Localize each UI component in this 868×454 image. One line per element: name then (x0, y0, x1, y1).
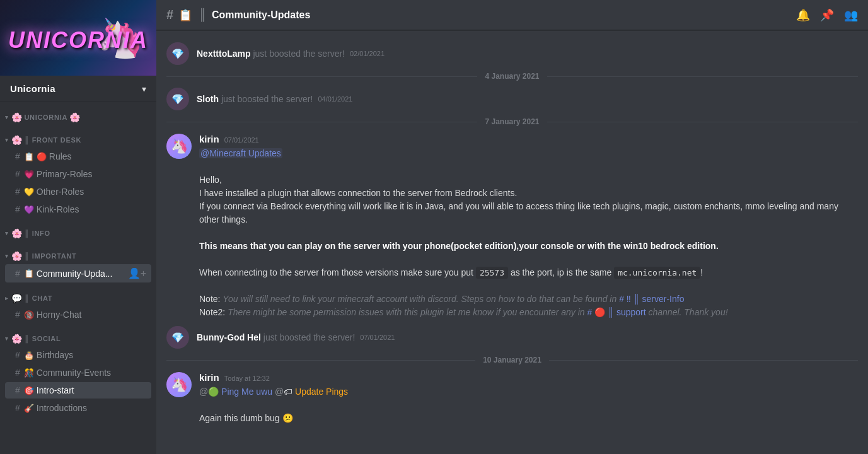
hash-icon: # (15, 269, 20, 279)
section-label-social: ║ SOCIAL (24, 335, 61, 342)
birthdays-emoji: 🎂 (24, 351, 34, 360)
avatar-kirin: 🦄 (166, 134, 192, 159)
ping-me-uwu-mention[interactable]: Ping Me uwu (221, 387, 272, 397)
rules-red-dot: 🔴 (37, 152, 47, 161)
messages-area: 💎 NextttoLamp just boosted the server! 0… (156, 30, 868, 454)
channel-community-updates[interactable]: # 📋 Community-Upda... 👤+ (5, 264, 151, 282)
message-text-kirin-today: @🟢 Ping Me uwu @🏷 Update Pings Again thi… (199, 385, 858, 425)
bell-icon[interactable]: 🔔 (796, 8, 810, 22)
date-divider-jan4: 4 January 2021 (156, 67, 868, 86)
channel-name-other-roles: Other-Roles (37, 187, 84, 197)
community-events-emoji: 🎊 (24, 368, 34, 378)
section-unicornia[interactable]: ▾ 🌸 UNICORNIA 🌸 (0, 102, 156, 125)
at-sign-2: @ (275, 387, 284, 397)
message-timestamp-today: Today at 12:32 (224, 375, 270, 382)
message-content-kirin-today: kirin Today at 12:32 @🟢 Ping Me uwu @🏷 U… (199, 372, 858, 425)
members-icon[interactable]: 👥 (844, 8, 858, 22)
horny-chat-emoji: 🔞 (24, 310, 34, 320)
intro-start-emoji: 🎯 (24, 386, 34, 395)
section-frontdesk[interactable]: ▾ 🌸 ║ FRONT DESK (0, 125, 156, 148)
channel-name-introductions: Introductions (37, 403, 87, 413)
boost-text-sloth: just boosted the server! (219, 94, 313, 104)
server-name-row[interactable]: Unicornia ▾ (0, 76, 156, 102)
message-header-kirin: kirin 07/01/2021 (199, 134, 858, 144)
channel-name-community-events: Community-Events (37, 368, 111, 378)
mention-minecraft-updates: @Minecraft Updates (199, 148, 282, 158)
section-label-frontdesk: ║ FRONT DESK (24, 136, 81, 144)
header-actions: 🔔 📌 👥 (796, 8, 858, 22)
message-kirin-today: 🦄 kirin Today at 12:32 @🟢 Ping Me uwu @🏷… (156, 370, 868, 428)
section-label-info: ║ INFO (24, 230, 50, 237)
message-timestamp-kirin: 07/01/2021 (224, 136, 259, 144)
boost-timestamp-bunny: 07/01/2021 (360, 334, 395, 341)
boost-timestamp-sloth: 04/01/2021 (318, 95, 352, 103)
pin-icon[interactable]: 📌 (820, 8, 834, 22)
boost-message-sloth: 💎 Sloth just boosted the server! 04/01/2… (156, 86, 868, 112)
boost-username: NextttoLamp (197, 49, 251, 59)
channel-intro-start[interactable]: # 🎯 Intro-start (5, 382, 151, 399)
kink-roles-emoji: 💜 (24, 205, 34, 214)
section-info[interactable]: ▾ 🌸 ║ INFO (0, 218, 156, 241)
section-label-important: ║ IMPORTANT (24, 252, 76, 260)
hash-icon: # (15, 403, 20, 413)
channel-introductions[interactable]: # 🎸 Introductions (5, 400, 151, 416)
message-content-kirin-jan7: kirin 07/01/2021 @Minecraft Updates Hell… (199, 134, 858, 319)
other-roles-emoji: 💛 (24, 187, 34, 197)
channel-other-roles[interactable]: # 💛 Other-Roles (5, 183, 151, 200)
support-link[interactable]: # 🔴 ║ support (587, 307, 646, 317)
section-important[interactable]: ▾ 🌸 ║ IMPORTANT (0, 241, 156, 264)
code-port: 25573 (476, 267, 508, 279)
section-label-unicornia: UNICORNIA (24, 114, 67, 121)
update-pings-mention[interactable]: Update Pings (295, 387, 348, 397)
channel-name-intro-start: Intro-start (37, 385, 74, 395)
channel-rules[interactable]: # 📋 🔴 Rules (5, 148, 151, 165)
date-divider-jan7: 7 January 2021 (156, 112, 868, 131)
add-member-icon[interactable]: 👤+ (128, 267, 146, 279)
message-kirin-jan7: 🦄 kirin 07/01/2021 @Minecraft Updates He… (156, 131, 868, 322)
channel-name-rules: Rules (49, 151, 72, 161)
note2-text: Note2: There might be some permission is… (199, 307, 728, 317)
hash-icon: # (15, 169, 20, 179)
boost-text: just boosted the server! (251, 49, 345, 59)
server-banner: 🦄 UNICORNIA (0, 0, 156, 76)
hash-icon: # (15, 385, 20, 395)
server-name: Unicornia (10, 83, 55, 94)
boost-icon: 💎 (171, 48, 184, 60)
message-text-kirin-jan7: @Minecraft Updates Hello, I have install… (199, 147, 858, 319)
hash-icon: # (15, 151, 20, 161)
at-sign-1: @ (199, 387, 208, 397)
channel-primary-roles[interactable]: # 💗 Primary-Roles (5, 166, 151, 182)
section-chat[interactable]: ▸ 💬 ║ CHAT (0, 283, 156, 306)
boost-icon-container: 💎 (166, 326, 189, 349)
channel-kink-roles[interactable]: # 💜 Kink-Roles (5, 201, 151, 218)
channel-name-horny-chat: Horny-Chat (37, 310, 82, 320)
channel-horny-chat[interactable]: # 🔞 Horny-Chat (5, 306, 151, 323)
server-dropdown-arrow: ▾ (142, 84, 146, 94)
hash-icon: # (15, 204, 20, 214)
channel-header-icon: 📋 (178, 8, 192, 22)
section-arrow: ▾ (5, 114, 9, 120)
channel-birthdays[interactable]: # 🎂 Birthdays (5, 347, 151, 363)
channel-name-community-updates: Community-Upda... (37, 269, 113, 279)
message-author-kirin: kirin (199, 134, 219, 144)
boost-username-sloth: Sloth (197, 94, 219, 104)
channel-name-primary-roles: Primary-Roles (37, 169, 93, 179)
section-social[interactable]: ▾ 🌸 ║ SOCIAL (0, 323, 156, 346)
message-author-kirin-today: kirin (199, 372, 219, 383)
boost-message-bunny-god-hel: 💎 Bunny-God Hel just boosted the server!… (156, 324, 868, 351)
sidebar: 🦄 UNICORNIA Unicornia ▾ ▾ 🌸 UNICORNIA 🌸 … (0, 0, 156, 454)
rules-emoji: 📋 (24, 152, 34, 161)
hash-icon: # (15, 368, 20, 378)
message-header-kirin-today: kirin Today at 12:32 (199, 372, 858, 383)
channel-header-name: Community-Updates (212, 9, 310, 21)
code-ip: mc.unicornia.net (614, 267, 700, 279)
main-content: # 📋 ║ Community-Updates 🔔 📌 👥 💎 NextttoL… (156, 0, 868, 454)
primary-roles-emoji: 💗 (24, 170, 34, 179)
avatar-kirin-today: 🦄 (166, 372, 192, 397)
boost-icon-container: 💎 (166, 88, 189, 110)
boost-icon-container: 💎 (166, 42, 189, 65)
server-info-link[interactable]: # ‼ ║ server-Info (619, 294, 684, 304)
community-updates-emoji: 📋 (24, 269, 34, 278)
channel-community-events[interactable]: # 🎊 Community-Events (5, 364, 151, 381)
server-banner-text: UNICORNIA (8, 27, 148, 54)
